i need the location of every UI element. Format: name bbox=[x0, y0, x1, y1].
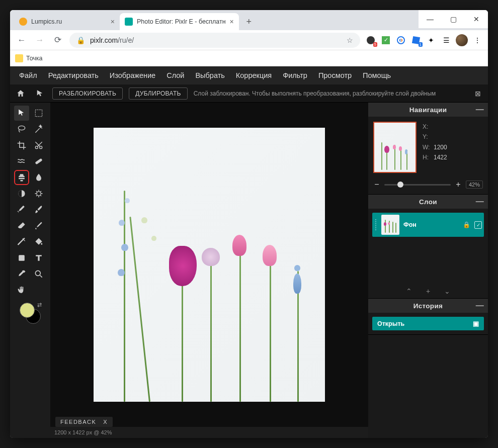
text-tool[interactable] bbox=[31, 250, 46, 265]
bookmark-star-icon[interactable]: ☆ bbox=[347, 36, 353, 44]
swap-colors-icon[interactable]: ⇄ bbox=[37, 302, 42, 308]
close-panels-icon[interactable]: ⊠ bbox=[472, 89, 484, 98]
forward-button[interactable]: → bbox=[33, 34, 46, 47]
tool-palette: ⇄ bbox=[10, 103, 50, 438]
menu-view[interactable]: Просмотр bbox=[318, 71, 352, 79]
navigator-thumb[interactable] bbox=[373, 122, 417, 173]
color-replace-tool[interactable] bbox=[31, 218, 46, 233]
app-menubar: Файл Редактировать Изображение Слой Выбр… bbox=[10, 66, 488, 84]
layer-footer: ⌃ + ⌄ bbox=[368, 284, 488, 298]
reader-icon[interactable]: ☰ bbox=[441, 35, 452, 46]
merge-down-icon[interactable]: ⌃ bbox=[406, 287, 412, 295]
bookmark-item[interactable]: Точка bbox=[26, 55, 43, 62]
collapse-icon[interactable]: — bbox=[476, 197, 484, 206]
shape-tool[interactable] bbox=[14, 250, 29, 265]
history-panel: История— Открыть ▣ bbox=[368, 299, 488, 335]
sponge-tool[interactable] bbox=[31, 186, 46, 201]
pen-tool[interactable] bbox=[14, 202, 29, 217]
browser-tab-0[interactable]: Lumpics.ru × bbox=[14, 13, 120, 30]
menu-edit[interactable]: Редактировать bbox=[48, 71, 99, 79]
menu-help[interactable]: Помощь bbox=[363, 71, 391, 79]
eyedropper-tool[interactable] bbox=[14, 266, 29, 282]
brush-tool[interactable] bbox=[31, 202, 46, 217]
menu-adjust[interactable]: Коррекция bbox=[236, 71, 272, 79]
add-layer-button[interactable]: + bbox=[426, 287, 430, 295]
canvas-area[interactable] bbox=[50, 103, 368, 427]
close-icon[interactable]: × bbox=[230, 18, 234, 26]
crop-tool[interactable] bbox=[14, 138, 29, 153]
history-item[interactable]: Открыть ▣ bbox=[372, 317, 484, 330]
layer-item[interactable]: Фон 🔒 ✓ bbox=[372, 213, 484, 237]
gradient-tool[interactable] bbox=[14, 234, 29, 249]
zoom-out-button[interactable]: − bbox=[373, 180, 380, 189]
wand-tool[interactable] bbox=[31, 122, 46, 137]
dodge-tool[interactable] bbox=[14, 186, 29, 201]
close-icon[interactable]: × bbox=[111, 18, 115, 26]
extensions-row: 5 ✓ 1 ✦ ☰ ⋮ bbox=[365, 34, 483, 46]
reload-button[interactable]: ⟳ bbox=[51, 34, 64, 47]
zoom-tool[interactable] bbox=[31, 266, 46, 282]
foreground-color[interactable] bbox=[20, 303, 35, 318]
menu-filter[interactable]: Фильтр bbox=[283, 71, 307, 79]
home-icon[interactable] bbox=[14, 88, 27, 99]
kebab-menu-icon[interactable]: ⋮ bbox=[472, 35, 483, 46]
ext-icon[interactable] bbox=[395, 35, 406, 46]
navigation-panel: Навигации— bbox=[368, 103, 488, 195]
ext-icon[interactable]: 5 bbox=[365, 35, 376, 46]
feedback-button[interactable]: FEEDBACK X bbox=[55, 417, 113, 427]
fill-tool[interactable] bbox=[31, 234, 46, 249]
collapse-icon[interactable]: — bbox=[476, 105, 484, 114]
canvas[interactable] bbox=[94, 128, 325, 402]
pointer-icon[interactable] bbox=[33, 88, 46, 99]
menu-layer[interactable]: Слой bbox=[167, 71, 184, 79]
arrow-tool[interactable] bbox=[14, 106, 29, 121]
favicon-icon bbox=[125, 18, 133, 26]
layer-thumb bbox=[381, 215, 399, 235]
liquify-tool[interactable] bbox=[14, 154, 29, 169]
unlock-button[interactable]: РАЗБЛОКИРОВАТЬ bbox=[52, 87, 123, 100]
back-button[interactable]: ← bbox=[15, 34, 28, 47]
feedback-close-icon[interactable]: X bbox=[103, 419, 108, 425]
maximize-button[interactable]: ▢ bbox=[442, 10, 465, 28]
color-swatch[interactable]: ⇄ bbox=[20, 303, 41, 324]
ext-icon[interactable]: ✓ bbox=[380, 35, 391, 46]
layer-name: Фон bbox=[403, 221, 459, 228]
tab-strip: Lumpics.ru × Photo Editor: Pixlr E - бес… bbox=[10, 10, 488, 30]
ext-icon[interactable]: 1 bbox=[410, 35, 422, 46]
eraser-tool[interactable] bbox=[14, 218, 29, 233]
favicon-icon bbox=[19, 18, 27, 26]
menu-select[interactable]: Выбрать bbox=[195, 71, 224, 79]
collapse-icon[interactable]: — bbox=[476, 301, 484, 310]
option-message: Слой заблокирован. Чтобы выполнять преоб… bbox=[194, 90, 466, 97]
cutout-tool[interactable] bbox=[31, 138, 46, 153]
tool-options-bar: РАЗБЛОКИРОВАТЬ ДУБЛИРОВАТЬ Слой заблокир… bbox=[10, 84, 488, 103]
visibility-toggle[interactable]: ✓ bbox=[474, 221, 482, 229]
blur-tool[interactable] bbox=[31, 170, 46, 185]
heal-tool[interactable] bbox=[31, 154, 46, 169]
pixlr-app: Файл Редактировать Изображение Слой Выбр… bbox=[10, 66, 488, 438]
browser-tab-1[interactable]: Photo Editor: Pixlr E - бесплатн × bbox=[120, 13, 239, 30]
lock-icon[interactable]: 🔒 bbox=[463, 221, 470, 228]
menu-file[interactable]: Файл bbox=[19, 71, 37, 79]
new-tab-button[interactable]: + bbox=[242, 15, 256, 29]
duplicate-button[interactable]: ДУБЛИРОВАТЬ bbox=[129, 87, 188, 100]
profile-avatar[interactable] bbox=[456, 34, 468, 46]
drag-handle-icon[interactable] bbox=[374, 219, 377, 230]
menu-image[interactable]: Изображение bbox=[110, 71, 155, 79]
url-input[interactable]: 🔒 pixlr.com/ru/e/ ☆ bbox=[69, 33, 360, 48]
zoom-value[interactable]: 42% bbox=[466, 181, 483, 189]
lasso-tool[interactable] bbox=[14, 122, 29, 137]
marquee-tool[interactable] bbox=[31, 106, 46, 121]
merge-up-icon[interactable]: ⌄ bbox=[444, 287, 450, 295]
hand-tool[interactable] bbox=[14, 283, 29, 298]
clone-tool[interactable] bbox=[14, 170, 29, 185]
extensions-button[interactable]: ✦ bbox=[426, 35, 437, 46]
zoom-slider[interactable] bbox=[384, 184, 451, 186]
history-step-icon: ▣ bbox=[473, 320, 479, 327]
svg-point-6 bbox=[37, 192, 41, 196]
bookmarks-bar: Точка bbox=[10, 50, 488, 66]
minimize-button[interactable]: — bbox=[419, 10, 442, 28]
svg-rect-4 bbox=[35, 158, 42, 165]
close-window-button[interactable]: ✕ bbox=[465, 10, 488, 28]
zoom-in-button[interactable]: + bbox=[455, 180, 462, 189]
